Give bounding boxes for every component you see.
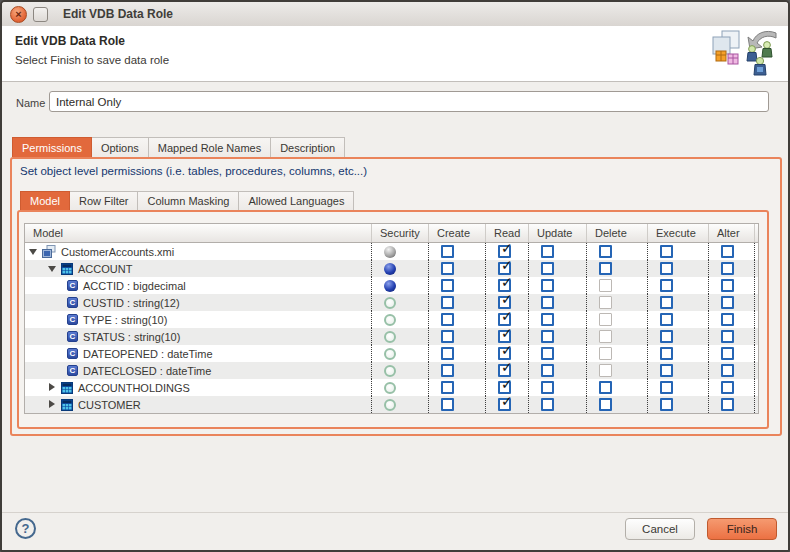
collapse-arrow-icon[interactable]	[48, 264, 57, 273]
checkbox-create[interactable]	[441, 313, 454, 326]
table-row[interactable]: CDATEOPENED : dateTime✓	[25, 345, 758, 362]
checkbox-execute[interactable]	[660, 262, 673, 275]
tab-row-filter[interactable]: Row Filter	[69, 191, 139, 210]
checkbox-create[interactable]	[441, 398, 454, 411]
checkbox-delete[interactable]	[599, 262, 612, 275]
checkbox-update[interactable]	[541, 381, 554, 394]
checkbox-delete[interactable]	[599, 245, 612, 258]
tab-allowed-languages[interactable]: Allowed Languages	[238, 191, 354, 210]
table-row[interactable]: CUSTOMER✓	[25, 396, 758, 413]
check-icon: ✓	[501, 360, 513, 374]
checkbox-update[interactable]	[541, 347, 554, 360]
checkbox-update[interactable]	[541, 245, 554, 258]
checkbox-execute[interactable]	[660, 330, 673, 343]
checkbox-create[interactable]	[441, 364, 454, 377]
alter-cell	[708, 396, 754, 413]
ring-icon[interactable]	[384, 314, 396, 326]
model-cell: ACCOUNT	[25, 260, 371, 277]
ring-icon[interactable]	[384, 365, 396, 377]
name-input[interactable]	[49, 91, 769, 112]
checkbox-create[interactable]	[441, 262, 454, 275]
column-header-spacer	[754, 224, 763, 242]
checkbox-update[interactable]	[541, 296, 554, 309]
expand-arrow-icon[interactable]	[48, 400, 57, 409]
checkbox-execute[interactable]	[660, 245, 673, 258]
checkbox-execute[interactable]	[660, 279, 673, 292]
checkbox-alter[interactable]	[721, 262, 734, 275]
checkbox-alter[interactable]	[721, 245, 734, 258]
checkbox-update[interactable]	[541, 279, 554, 292]
expand-arrow-icon[interactable]	[48, 383, 57, 392]
ring-icon[interactable]	[384, 382, 396, 394]
tab-column-masking[interactable]: Column Masking	[137, 191, 239, 210]
checkbox-execute[interactable]	[660, 347, 673, 360]
table-row[interactable]: ACCOUNT✓	[25, 260, 758, 277]
checkbox-alter[interactable]	[721, 330, 734, 343]
checkbox-create[interactable]	[441, 245, 454, 258]
checkbox-alter[interactable]	[721, 313, 734, 326]
checkbox-alter[interactable]	[721, 279, 734, 292]
checkbox-update[interactable]	[541, 262, 554, 275]
tab-permissions[interactable]: Permissions	[12, 137, 92, 157]
permissions-panel: Set object level permissions (i.e. table…	[10, 157, 782, 436]
checkbox-execute[interactable]	[660, 381, 673, 394]
alter-cell	[708, 243, 754, 260]
checkbox-read[interactable]: ✓	[498, 398, 511, 411]
tab-mapped-role-names[interactable]: Mapped Role Names	[148, 137, 271, 157]
row-spacer	[754, 345, 758, 362]
checkbox-update[interactable]	[541, 313, 554, 326]
gray-sphere-icon[interactable]	[384, 246, 396, 258]
ring-icon[interactable]	[384, 297, 396, 309]
checkbox-delete[interactable]	[599, 381, 612, 394]
table-icon	[61, 263, 73, 275]
tab-description[interactable]: Description	[270, 137, 345, 157]
checkbox-create[interactable]	[441, 279, 454, 292]
checkbox-create[interactable]	[441, 347, 454, 360]
blue-sphere-icon[interactable]	[384, 280, 396, 292]
table-row[interactable]: CSTATUS : string(10)✓	[25, 328, 758, 345]
checkbox-create[interactable]	[441, 381, 454, 394]
tab-model[interactable]: Model	[20, 191, 70, 210]
table-row[interactable]: CustomerAccounts.xmi✓	[25, 243, 758, 260]
checkbox-alter[interactable]	[721, 398, 734, 411]
collapse-arrow-icon[interactable]	[29, 247, 38, 256]
ring-icon[interactable]	[384, 348, 396, 360]
row-spacer	[754, 243, 758, 260]
checkbox-alter[interactable]	[721, 364, 734, 377]
row-spacer	[754, 260, 758, 277]
checkbox-create[interactable]	[441, 330, 454, 343]
update-cell	[528, 311, 586, 328]
ring-icon[interactable]	[384, 331, 396, 343]
window-title: Edit VDB Data Role	[63, 7, 173, 21]
finish-button[interactable]: Finish	[707, 518, 777, 540]
tab-options[interactable]: Options	[91, 137, 149, 157]
security-cell	[371, 345, 428, 362]
checkbox-execute[interactable]	[660, 364, 673, 377]
table-icon	[61, 382, 73, 394]
table-row[interactable]: CACCTID : bigdecimal✓	[25, 277, 758, 294]
data-role-graphic-icon	[706, 27, 782, 83]
table-row[interactable]: CDATECLOSED : dateTime✓	[25, 362, 758, 379]
cancel-button[interactable]: Cancel	[625, 518, 695, 540]
checkbox-delete[interactable]	[599, 398, 612, 411]
checkbox-alter[interactable]	[721, 347, 734, 360]
checkbox-execute[interactable]	[660, 296, 673, 309]
table-row[interactable]: CTYPE : string(10)✓	[25, 311, 758, 328]
checkbox-update[interactable]	[541, 330, 554, 343]
checkbox-update[interactable]	[541, 398, 554, 411]
execute-cell	[647, 311, 708, 328]
help-button[interactable]: ?	[15, 518, 36, 539]
checkbox-alter[interactable]	[721, 296, 734, 309]
table-row[interactable]: CCUSTID : string(12)✓	[25, 294, 758, 311]
checkbox-create[interactable]	[441, 296, 454, 309]
checkbox-execute[interactable]	[660, 398, 673, 411]
checkbox-execute[interactable]	[660, 313, 673, 326]
blue-sphere-icon[interactable]	[384, 263, 396, 275]
checkbox-alter[interactable]	[721, 381, 734, 394]
table-row[interactable]: ACCOUNTHOLDINGS✓	[25, 379, 758, 396]
maximize-button[interactable]	[33, 7, 48, 22]
execute-cell	[647, 243, 708, 260]
close-button[interactable]: ×	[10, 6, 27, 23]
checkbox-update[interactable]	[541, 364, 554, 377]
ring-icon[interactable]	[384, 399, 396, 411]
